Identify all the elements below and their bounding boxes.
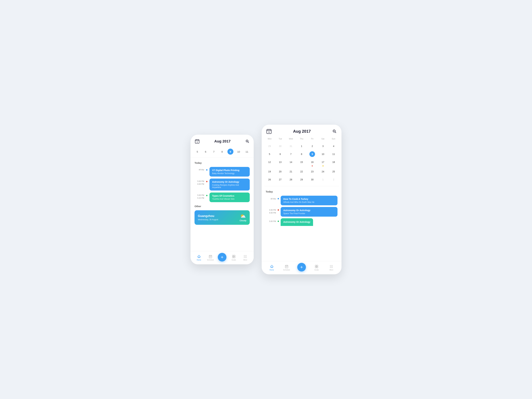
weekday-thu: Thu [296,137,307,141]
cal-day[interactable]: 1 [318,176,328,183]
day-num: 8 [299,151,304,157]
event-card-2[interactable]: Astronomy Or Astrology Cooking Recipes A… [209,178,250,190]
event-subtitle: Cooking Recipes Anytime And Anywhere [212,184,247,189]
event-card-large-2[interactable]: Astronomy Or Astrology Space The Final F… [281,207,337,217]
nav-schedule-2[interactable]: Schedule [282,265,291,271]
fab-button[interactable]: + [218,253,226,261]
day-num: 27 [277,177,283,182]
cal-header: 9 Aug 2017 [262,125,342,137]
event-card-large-3[interactable]: Astronomy Or Astrology [281,218,313,226]
cal-day[interactable]: 7 [286,150,296,158]
cal-day[interactable]: 21 [286,168,296,175]
cal-day[interactable]: 25 [329,168,339,175]
svg-point-14 [244,257,245,258]
svg-rect-6 [232,257,234,258]
cal-day[interactable]: 19 [264,168,275,175]
fab-button-2[interactable]: + [297,263,306,272]
cal-search-icon[interactable] [332,129,337,134]
calendar-icon-2[interactable]: 9 [266,129,272,134]
cal-day[interactable]: 8 [296,150,307,158]
cal-day[interactable]: 1 [296,142,307,150]
day-num: 2 [331,177,336,182]
svg-rect-23 [315,267,316,268]
nav-goals-label: Goals [232,259,236,261]
cal-day[interactable]: 20 [275,168,285,175]
cal-day[interactable]: 29 [264,142,275,150]
week-day-11[interactable]: 11 [244,149,250,155]
week-day-9[interactable]: 9 [227,149,234,155]
weekday-fri: Fri [307,137,317,141]
day-num: 2 [309,143,315,149]
cal-day[interactable]: 28 [286,176,296,183]
svg-point-28 [330,266,331,267]
nav-more-2[interactable]: More [327,265,336,271]
cal-day[interactable]: 2 [329,176,339,183]
cal-day[interactable]: 13 [275,158,285,167]
event-row-2: 5:00 PM 6:00 PM Astronomy Or Astrology C… [195,178,250,190]
nav-goals-2[interactable]: Goals [312,265,321,271]
svg-point-29 [331,266,332,267]
svg-point-15 [245,257,246,258]
cal-day[interactable]: 9 [307,150,317,158]
nav-home-2[interactable]: Home [268,265,276,271]
nav-home[interactable]: Home [195,255,203,261]
cal-day[interactable]: 11 [329,150,339,158]
cal-day[interactable]: 31 [286,142,296,150]
event-subtitle: Baby Monitor Technology [212,172,247,175]
cal-day[interactable]: 27 [275,176,285,183]
event-card-1[interactable]: V7 Digital Photo Printing Baby Monitor T… [209,167,250,177]
cal-day[interactable]: 24 [318,168,328,175]
cal-day[interactable]: 30 [275,142,285,150]
nav-schedule[interactable]: Schedule [206,255,215,261]
day-num: 4 [331,143,336,149]
event-card-3[interactable]: Types Of Cosmetics Youthful And Vibrant … [209,192,250,202]
weekday-wed: Wed [286,137,296,141]
cal-day[interactable]: 18 [329,158,339,167]
cal-day[interactable]: 22 [296,168,307,175]
cal-day-16[interactable]: 16 [307,158,317,167]
svg-rect-4 [232,255,234,256]
cal-day[interactable]: 4 [329,142,339,150]
week-day-6[interactable]: 6 [202,149,209,155]
day-num: 5 [267,151,272,157]
weather-condition: ⛅ Cloudy [240,213,246,222]
weather-label: Cloudy [240,219,246,222]
event-card-large-1[interactable]: How To Cook A Turkey Alfredo And Who On … [281,196,337,205]
cal-day[interactable]: 23 [307,168,317,175]
nav-goals[interactable]: Goals [230,255,238,261]
phone-1: 9 Aug 2017 5 6 7 8 [190,135,254,264]
month-year-title: Aug 2017 [214,139,231,144]
week-day-8[interactable]: 8 [219,149,225,155]
week-day-5[interactable]: 5 [194,149,201,155]
weather-card[interactable]: Guangzhou Wednesday, 30 August ⛅ Cloudy [195,210,250,225]
cal-day[interactable]: 6 [275,150,285,158]
svg-rect-24 [317,267,318,268]
cal-day[interactable]: 29 [296,176,307,183]
cal-day[interactable]: 12 [264,158,275,167]
weekdays-row: Mon Tue Wed Thu Fri Sat Sun [264,137,339,141]
day-num: 7 [288,151,294,157]
calendar-icon[interactable]: 9 [195,139,200,144]
event-time-start: 5:00 PM [269,209,276,211]
cal-day[interactable]: 15 [296,158,307,167]
search-icon[interactable] [245,139,250,144]
week-day-10[interactable]: 10 [235,149,242,155]
nav-more[interactable]: More [241,255,249,261]
cal-day[interactable]: 14 [286,158,296,167]
day-num: 29 [267,143,272,149]
weekday-tue: Tue [275,137,286,141]
day-num: 14 [288,159,294,165]
cal-day[interactable]: 2 [307,142,317,150]
week-strip: 5 6 7 8 9 10 11 [190,147,254,158]
day-num: 13 [277,159,283,165]
cal-day[interactable]: 5 [264,150,275,158]
cal-day[interactable]: 10 [318,150,328,158]
cal-day[interactable]: 30 [307,176,317,183]
cal-day-17[interactable]: 17 [318,158,328,167]
event-time-start: all-day [271,197,276,200]
week-day-7[interactable]: 7 [210,149,217,155]
cal-day[interactable]: 26 [264,176,275,183]
week-day-num: 8 [219,149,225,155]
cal-day[interactable]: 3 [318,142,328,150]
event-dot-red [312,165,313,166]
